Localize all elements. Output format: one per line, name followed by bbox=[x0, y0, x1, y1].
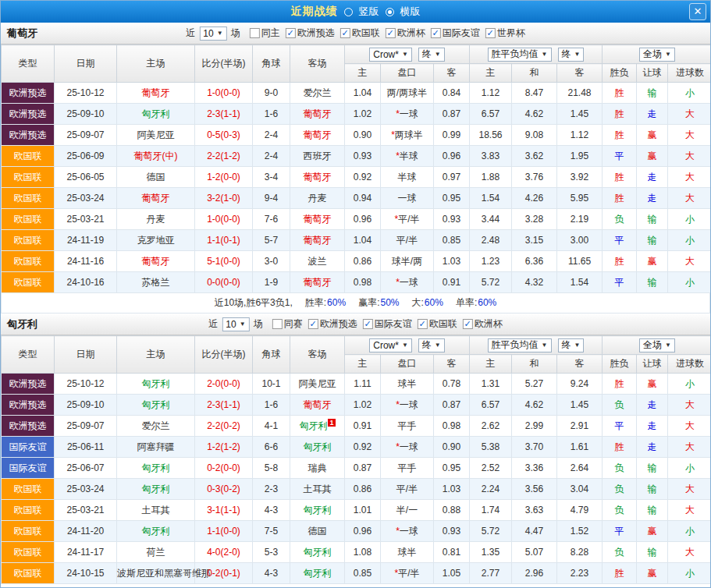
odds-home: 1.04 bbox=[345, 230, 381, 251]
away-team: 土耳其 bbox=[290, 479, 345, 500]
avg-home-odds: 6.57 bbox=[470, 104, 512, 125]
avg-away-odds: 1.61 bbox=[557, 437, 603, 458]
handicap-result: 输 bbox=[637, 542, 668, 563]
league-type: 欧洲预选 bbox=[2, 104, 55, 125]
col-corner: 角球 bbox=[253, 336, 290, 374]
match-count-select[interactable]: 10▼ bbox=[199, 27, 226, 41]
handicap-result: 输 bbox=[637, 272, 668, 293]
checked-checkbox-icon: ✓ bbox=[386, 28, 396, 38]
match-row: 欧洲预选25-09-10匈牙利2-3(1-1)1-6葡萄牙1.02*一球0.87… bbox=[2, 104, 711, 125]
match-row: 欧国联25-03-21土耳其3-1(1-1)4-3匈牙利1.01半/一0.881… bbox=[2, 500, 711, 521]
filter-checkbox[interactable]: ✓国际友谊 bbox=[363, 317, 412, 331]
odds-home: 0.93 bbox=[345, 146, 381, 167]
group-fulltime: 全场▼ bbox=[603, 45, 711, 64]
home-team: 葡萄牙(中) bbox=[117, 146, 195, 167]
results-table-hungary: 类型 日期 主场 比分(半场) 角球 客场 Crow*▼ 终▼ 胜平负均 bbox=[1, 335, 711, 584]
filter-checkbox[interactable]: ✓欧洲预选 bbox=[308, 317, 357, 331]
checked-checkbox-icon: ✓ bbox=[463, 319, 473, 329]
filter-checkbox[interactable]: ✓欧洲杯 bbox=[463, 317, 503, 331]
avg-away-odds: 2.91 bbox=[557, 416, 603, 437]
average-final-select[interactable]: 终▼ bbox=[558, 48, 585, 62]
match-row: 欧洲预选25-10-12葡萄牙1-0(0-0)9-0爱尔兰1.04两/两球半0.… bbox=[2, 83, 711, 104]
league-type: 国际友谊 bbox=[2, 437, 55, 458]
vertical-layout-radio[interactable] bbox=[344, 8, 353, 16]
odds-away: 0.81 bbox=[434, 542, 470, 563]
fulltime-select[interactable]: 全场▼ bbox=[639, 48, 675, 62]
handicap: *一球 bbox=[381, 395, 434, 416]
handicap-result: 赢 bbox=[637, 125, 668, 146]
corners: 4-3 bbox=[253, 563, 290, 584]
result: 胜 bbox=[603, 188, 637, 209]
corners: 9-0 bbox=[253, 83, 290, 104]
average-select[interactable]: 胜平负均值▼ bbox=[488, 48, 552, 62]
filter-checkbox[interactable]: ✓世界杯 bbox=[485, 27, 525, 40]
filter-checkbox[interactable]: ✓欧洲预选 bbox=[286, 27, 335, 40]
avg-away-odds: 1.12 bbox=[557, 125, 603, 146]
league-type: 欧国联 bbox=[2, 500, 55, 521]
sub-goals: 进球数 bbox=[668, 64, 711, 83]
average-value: 胜平负均值 bbox=[492, 338, 539, 352]
corners: 5-8 bbox=[253, 458, 290, 479]
near-label: 近 bbox=[208, 317, 218, 331]
team-section-portugal: 葡萄牙 近 10▼ 场 同主✓欧洲预选✓欧国联✓欧洲杯✓国际友谊✓世界杯 类型 … bbox=[1, 23, 710, 313]
col-away: 客场 bbox=[290, 336, 345, 374]
match-date: 25-06-09 bbox=[55, 146, 117, 167]
average-select[interactable]: 胜平负均值▼ bbox=[488, 338, 552, 352]
match-count-select[interactable]: 10▼ bbox=[222, 317, 249, 331]
goals-result: 小 bbox=[668, 209, 711, 230]
away-team: 葡萄牙 bbox=[290, 209, 345, 230]
result: 胜 bbox=[603, 83, 637, 104]
handicap: 平/半 bbox=[381, 479, 434, 500]
checked-checkbox-icon: ✓ bbox=[340, 28, 350, 38]
vertical-layout-label[interactable]: 竖版 bbox=[359, 5, 379, 19]
odds-company-value: Crow* bbox=[373, 49, 399, 60]
result: 平 bbox=[603, 272, 637, 293]
sub-avg-away: 客 bbox=[557, 64, 603, 83]
col-type: 类型 bbox=[2, 45, 55, 83]
avg-draw-odds: 4.26 bbox=[512, 188, 557, 209]
horizontal-layout-radio[interactable] bbox=[386, 8, 394, 16]
close-button[interactable]: ✕ bbox=[689, 3, 706, 20]
avg-home-odds: 2.77 bbox=[470, 563, 512, 584]
match-row: 欧国联24-10-15波斯尼亚和黑塞哥维那0-2(0-1)4-3匈牙利0.85*… bbox=[2, 563, 711, 584]
goals-result: 小 bbox=[668, 563, 711, 584]
sub-handicap: 盘口 bbox=[381, 64, 434, 83]
goals-result: 大 bbox=[668, 542, 711, 563]
avg-away-odds: 4.79 bbox=[557, 500, 603, 521]
goals-result: 小 bbox=[668, 458, 711, 479]
league-type: 欧国联 bbox=[2, 167, 55, 188]
goals-result: 大 bbox=[668, 416, 711, 437]
match-date: 25-03-21 bbox=[55, 209, 117, 230]
odds-home: 0.90 bbox=[345, 125, 381, 146]
score: 0-2(0-0) bbox=[195, 458, 253, 479]
score: 1-1(0-1) bbox=[195, 230, 253, 251]
match-date: 25-06-11 bbox=[55, 437, 117, 458]
group-average: 胜平负均值▼ 终▼ bbox=[470, 336, 603, 355]
away-team: 匈牙利 bbox=[290, 500, 345, 521]
horizontal-layout-label[interactable]: 横版 bbox=[400, 5, 421, 19]
filter-checkbox[interactable]: ✓欧国联 bbox=[340, 27, 380, 40]
sub-handicap: 盘口 bbox=[381, 355, 434, 374]
average-final-select[interactable]: 终▼ bbox=[558, 338, 585, 352]
odds-company-select[interactable]: Crow*▼ bbox=[369, 48, 412, 62]
filter-bar: 近 10▼ 场 同主✓欧洲预选✓欧国联✓欧洲杯✓国际友谊✓世界杯 bbox=[186, 27, 524, 41]
away-team: 阿美尼亚 bbox=[290, 374, 345, 395]
match-date: 25-06-05 bbox=[55, 167, 117, 188]
filter-checkbox[interactable]: ✓国际友谊 bbox=[431, 27, 480, 40]
avg-draw-odds: 3.70 bbox=[512, 437, 557, 458]
score: 2-2(0-2) bbox=[195, 416, 253, 437]
odds-final-select[interactable]: 终▼ bbox=[418, 338, 445, 352]
handicap: *一球 bbox=[381, 437, 434, 458]
odds-company-select[interactable]: Crow*▼ bbox=[369, 338, 412, 352]
goals-result: 小 bbox=[668, 374, 711, 395]
stat-label: 赢率: bbox=[358, 297, 379, 308]
filter-checkbox[interactable]: ✓欧洲杯 bbox=[386, 27, 425, 40]
avg-home-odds: 2.62 bbox=[470, 416, 512, 437]
fulltime-select[interactable]: 全场▼ bbox=[639, 338, 675, 352]
odds-final-select[interactable]: 终▼ bbox=[418, 48, 445, 62]
result: 负 bbox=[603, 458, 637, 479]
filter-checkbox[interactable]: 同主 bbox=[250, 27, 280, 40]
filter-checkbox[interactable]: ✓欧国联 bbox=[418, 317, 457, 331]
filter-checkbox[interactable]: 同赛 bbox=[272, 317, 303, 331]
stat-label: 大: bbox=[412, 297, 424, 308]
